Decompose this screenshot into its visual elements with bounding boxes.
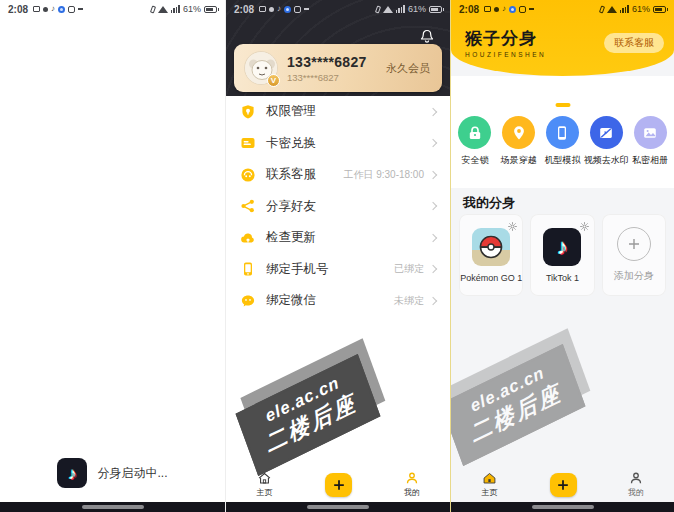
vibrate-icon [599,5,605,13]
bottom-nav: 主页 我的 [226,467,450,502]
member-phone-sub: 133****6827 [287,72,367,83]
nav-mine-active[interactable]: 我的 [404,471,420,498]
clone-card-tiktok[interactable]: ♪ TikTok 1 [530,214,594,296]
phone-icon [240,261,256,277]
menu-item-permissions[interactable]: 权限管理 [226,96,450,128]
screenshot-root: 2:08 ♪ 61% ♪ 分身启动中... [0,0,674,512]
menu-item-redeem[interactable]: 卡密兑换 [226,128,450,160]
tiktok-app-icon: ♪ [57,458,87,488]
wifi-icon [158,6,168,13]
member-card[interactable]: V 133****6827 133****6827 永久会员 [234,44,442,92]
battery-percent: 61% [408,4,426,14]
battery-icon [653,6,666,13]
camera-icon [519,6,526,13]
chevron-right-icon [429,265,437,273]
home-icon [256,471,273,486]
add-clone-card[interactable]: 添加分身 [602,214,666,296]
menu-label: 分享好友 [266,198,316,215]
nav-mine[interactable]: 我的 [628,471,644,498]
panel-profile: 2:08 ♪ 61% [225,0,450,512]
add-clone-button[interactable] [550,473,577,497]
add-clone-label: 添加分身 [614,269,654,283]
my-clones-title: 我的分身 [463,194,515,212]
menu-item-customer-service[interactable]: 联系客服 工作日 9:30-18:00 [226,159,450,191]
feature-device-simulation[interactable]: 机型模拟 [541,116,585,167]
feature-video-watermark-removal[interactable]: 视频去水印 [584,116,628,167]
camera-icon [294,6,301,13]
page-indicator [555,103,570,107]
menu-label: 卡密兑换 [266,135,316,152]
app-notification-icon [269,7,274,12]
message-icon [259,6,266,12]
tiktok-note-icon: ♪ [502,5,506,13]
app-logo: 猴子分身 HOUZIFENSHEN [465,27,546,58]
menu-label: 绑定微信 [266,292,316,309]
bell-icon[interactable] [418,26,436,44]
status-system-icons: 61% [600,4,666,14]
gesture-handle[interactable] [307,505,369,509]
menu-value: 已绑定 [394,262,424,276]
status-system-icons: 61% [376,4,442,14]
menu-value: 工作日 9:30-18:00 [343,168,424,182]
more-dash-icon [78,8,83,10]
feature-security-lock[interactable]: 安全锁 [453,116,497,167]
membership-level: 永久会员 [386,61,430,76]
app-name: 猴子分身 [465,27,546,50]
plus-icon [617,227,651,261]
more-dash-icon [304,8,309,10]
nav-home-label: 主页 [257,487,273,498]
menu-item-bind-phone[interactable]: 绑定手机号 已绑定 [226,254,450,286]
gesture-handle[interactable] [532,505,594,509]
location-pin-icon [502,116,535,149]
clone-launching-text: 分身启动中... [97,465,167,482]
contact-service-button[interactable]: 联系客服 [604,33,664,53]
gesture-handle[interactable] [82,505,144,509]
battery-percent: 61% [632,4,650,14]
vibrate-icon [375,5,381,13]
chevron-right-icon [429,171,437,179]
phone-icon [546,116,579,149]
cloud-update-icon [240,230,256,246]
photo-album-icon [634,116,667,149]
wifi-icon [607,6,617,13]
nav-home[interactable]: 主页 [256,471,273,498]
panel-app-home: 2:08 ♪ 61% 猴子分身 HOUZIFENSHEN 联系客服 [450,0,674,512]
nav-home-label: 主页 [482,487,498,498]
vip-badge-icon: V [267,74,280,87]
chevron-right-icon [429,297,437,305]
shield-icon [240,104,256,120]
menu-item-bind-wechat[interactable]: 绑定微信 未绑定 [226,285,450,317]
status-bar: 2:08 ♪ 61% [451,0,674,18]
signal-icon [396,5,405,13]
clone-card-pokemon-go[interactable]: Pokémon GO 1 [459,214,523,296]
more-dash-icon [529,8,534,10]
panel-clone-launching: 2:08 ♪ 61% ♪ 分身启动中... [0,0,225,512]
nav-home-active[interactable]: 主页 [481,471,498,498]
feature-label: 私密相册 [632,154,668,167]
status-notification-icons: ♪ [259,5,309,13]
tiktok-icon: ♪ [543,228,581,266]
share-icon [240,198,256,214]
person-icon [404,471,420,486]
pokeball-icon [472,228,510,266]
menu-item-check-update[interactable]: 检查更新 [226,222,450,254]
menu-item-share[interactable]: 分享好友 [226,191,450,223]
status-time: 2:08 [234,4,254,15]
status-time: 2:08 [8,4,28,15]
feature-scene-travel[interactable]: 场景穿越 [497,116,541,167]
plus-icon [332,478,346,492]
clones-row: Pokémon GO 1 ♪ TikTok 1 添加分身 [459,214,666,296]
gear-icon[interactable] [507,218,518,229]
status-notification-icons: ♪ [33,5,83,13]
add-clone-button[interactable] [325,473,352,497]
menu-label: 检查更新 [266,229,316,246]
gear-icon[interactable] [579,218,590,229]
signal-icon [620,5,629,13]
feature-label: 视频去水印 [584,154,629,167]
lock-icon [458,116,491,149]
system-nav-bar [226,502,450,512]
menu-label: 权限管理 [266,103,316,120]
watermark: ele.ac.cn 二楼后座 [450,344,585,466]
feature-private-album[interactable]: 私密相册 [628,116,672,167]
home-icon [481,471,498,486]
